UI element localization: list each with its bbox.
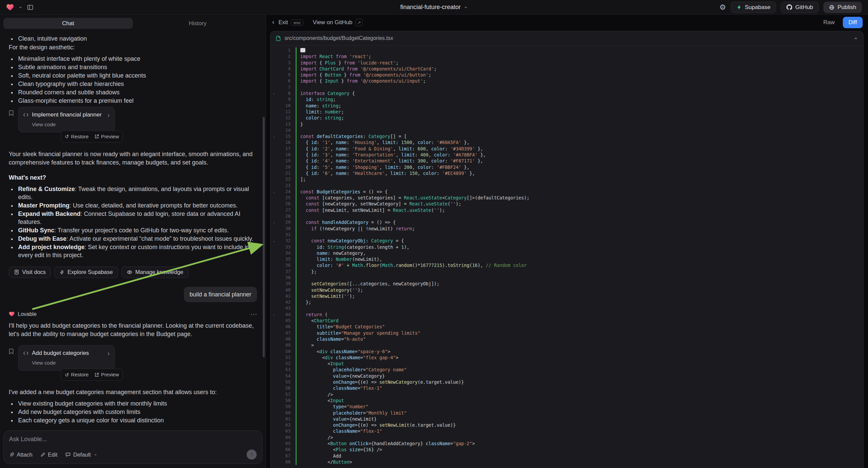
code-line: 10 name: string; [271, 103, 863, 109]
fold-spacer [271, 416, 277, 422]
fold-spacer [271, 379, 277, 385]
code-icon [23, 351, 29, 355]
tab-chat[interactable]: Chat [3, 18, 133, 29]
fold-spacer [271, 318, 277, 324]
code-text: { id: '2', name: 'Food & Dining', limit:… [296, 146, 483, 152]
edit-button[interactable]: Edit [40, 451, 57, 458]
workspace-chevron-down-icon[interactable] [19, 5, 23, 9]
view-code-link[interactable]: View code [32, 120, 110, 128]
code-line: 21 { id: '6', name: 'Healthcare', limit:… [271, 170, 863, 176]
view-code-link[interactable]: View code [32, 359, 110, 367]
fold-chevron-icon[interactable]: ⌄ [271, 189, 277, 195]
fold-spacer [271, 121, 277, 127]
code-change-card[interactable]: Implement financial planner › View code [18, 107, 115, 132]
code-line: 19 { id: '4', name: 'Entertainment', lim… [271, 158, 863, 164]
restore-button[interactable]: ↺ Restore [65, 133, 89, 141]
code-text: </Button> [296, 459, 352, 465]
fold-chevron-icon[interactable]: ⌄ [271, 133, 277, 139]
file-header[interactable]: src/components/budget/BudgetCategories.t… [271, 31, 863, 46]
code-line: 20 { id: '5', name: 'Shopping', limit: 2… [271, 164, 863, 170]
fold-spacer [271, 183, 277, 189]
fold-spacer [271, 422, 277, 428]
code-text: placeholder="Monthly limit" [296, 410, 407, 416]
fold-spacer [271, 360, 277, 367]
code-text [296, 47, 306, 53]
chevron-up-icon[interactable] [854, 36, 858, 40]
tab-history[interactable]: History [133, 18, 262, 29]
line-number: 39 [277, 281, 290, 287]
restore-button[interactable]: ↺ Restore [65, 371, 89, 379]
manage-knowledge-button[interactable]: Manage knowledge [121, 267, 189, 278]
supabase-button[interactable]: Supabase [731, 2, 776, 13]
code-text: import { Input } from '@/components/ui/i… [296, 78, 426, 84]
line-number: 38 [277, 274, 290, 281]
code-text: { id: '1', name: 'Housing', limit: 1500,… [296, 139, 469, 145]
text-cursor [300, 48, 305, 52]
code-change-card[interactable]: Add budget categories › View code [18, 345, 115, 371]
more-options-icon[interactable]: ⋯ [250, 311, 257, 318]
code-line: 35 limit: Number(newLimit), [271, 256, 863, 262]
line-number: 35 [277, 256, 290, 262]
code-line: 56 className="flex-1" [271, 385, 863, 391]
chat-input[interactable] [9, 436, 257, 443]
line-number: 13 [277, 121, 290, 127]
settings-gear-icon[interactable]: ⚙ [719, 4, 726, 11]
code-text: const [newLimit, setNewLimit] = React.us… [296, 207, 445, 213]
code-line: 28 [271, 213, 863, 219]
raw-button[interactable]: Raw [819, 17, 839, 28]
lovable-heart-icon [9, 311, 15, 317]
code-line: 41 setNewLimit(''); [271, 293, 863, 299]
fold-spacer [271, 404, 277, 410]
line-number: 44 [277, 312, 290, 318]
fold-spacer [271, 373, 277, 379]
preview-button[interactable]: Preview [95, 133, 119, 141]
line-number: 49 [277, 342, 290, 348]
code-text [296, 84, 300, 90]
line-number: 4 [277, 66, 290, 72]
code-text: <div className="space-y-6"> [296, 349, 390, 354]
project-menu[interactable]: financial-future-creator [400, 4, 468, 11]
line-number: 42 [277, 299, 290, 305]
fold-spacer [271, 66, 277, 72]
code-line: 51 <div className="flex gap-4"> [271, 354, 863, 360]
code-editor[interactable]: 12import React from 'react';3import { Pl… [271, 46, 863, 468]
bookmark-icon[interactable] [9, 110, 14, 116]
fold-chevron-icon[interactable]: ⌄ [271, 238, 277, 244]
visit-docs-button[interactable]: Visit docs [9, 267, 51, 278]
file-path: src/components/budget/BudgetCategories.t… [284, 35, 393, 41]
added-bullet-list: View existing budget categories with the… [9, 400, 257, 425]
send-button[interactable]: ↑ [247, 449, 257, 460]
card-toolbar: ↺ Restore Preview [61, 130, 123, 143]
code-text: { id: '6', name: 'Healthcare', limit: 15… [296, 170, 475, 176]
view-on-github-button[interactable]: View on GitHub ↗ [313, 19, 363, 26]
fold-chevron-icon[interactable]: ⌄ [271, 312, 277, 318]
fold-spacer [271, 47, 277, 53]
github-button[interactable]: GitHub [781, 2, 819, 13]
lovable-logo-icon[interactable] [6, 4, 14, 11]
sidebar-toggle-icon[interactable] [27, 4, 34, 11]
composer: Attach Edit Default [3, 430, 262, 464]
mode-selector[interactable]: Default [65, 451, 97, 458]
fold-chevron-icon[interactable]: ⌄ [271, 219, 277, 225]
line-number: 63 [277, 428, 290, 434]
bookmark-icon[interactable] [9, 349, 14, 354]
line-number: 16 [277, 139, 290, 145]
publish-button[interactable]: Publish [824, 2, 862, 13]
publish-button-label: Publish [837, 4, 856, 11]
line-number: 41 [277, 293, 290, 299]
diff-button[interactable]: Diff [843, 17, 863, 28]
chat-scrollbar[interactable] [263, 117, 265, 357]
fold-chevron-icon[interactable]: ⌄ [271, 90, 277, 96]
fold-spacer [271, 398, 277, 404]
design-bullet-list: Minimalist interface with plenty of whit… [9, 55, 257, 105]
exit-button[interactable]: Exit esc [272, 19, 303, 26]
esc-shortcut-badge: esc [291, 20, 303, 26]
explore-supabase-button[interactable]: Explore Supabase [54, 267, 118, 278]
bullet-item: Expand with Backend: Connect Supabase to… [17, 210, 257, 226]
attach-button[interactable]: Attach [9, 451, 33, 458]
code-line: 39 setCategories([...categories, newCate… [271, 281, 863, 287]
bullet-item: View existing budget categories with the… [17, 400, 257, 408]
preview-button[interactable]: Preview [95, 371, 119, 379]
code-text: <Button onClick={handleAddCategory} clas… [296, 440, 475, 446]
code-line: 47 subtitle="Manage your spending limits… [271, 330, 863, 336]
